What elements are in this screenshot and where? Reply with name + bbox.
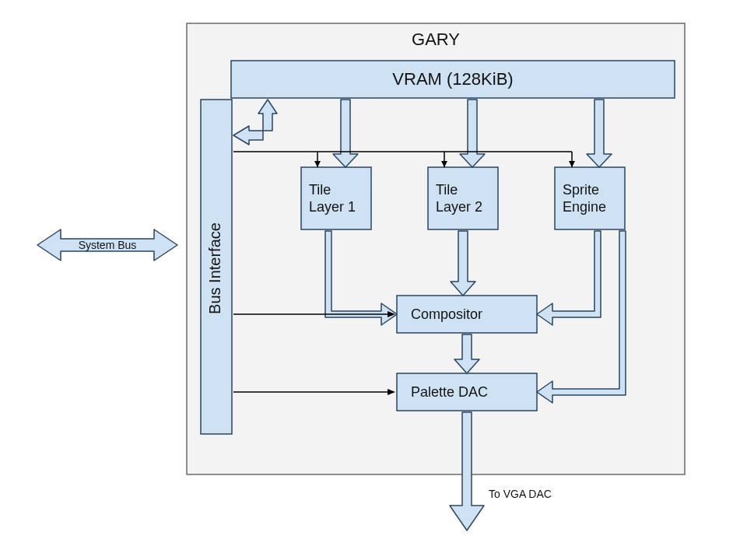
compositor-label: Compositor — [411, 306, 482, 322]
tile-layer-2-label-a: Tile — [436, 182, 458, 198]
gary-title: GARY — [412, 30, 460, 49]
sprite-engine-label-b: Engine — [563, 199, 606, 215]
tile-layer-1-block — [301, 167, 371, 229]
tile-layer-1-label-b: Layer 1 — [309, 199, 356, 215]
system-bus-label: System Bus — [79, 239, 137, 251]
tile-layer-1-label-a: Tile — [309, 182, 331, 198]
palette-dac-label: Palette DAC — [411, 384, 488, 400]
to-vga-dac-label: To VGA DAC — [489, 488, 552, 500]
tile-layer-2-label-b: Layer 2 — [436, 199, 482, 215]
sprite-engine-label-a: Sprite — [563, 182, 599, 198]
tile-layer-2-block — [428, 167, 498, 229]
sprite-engine-block — [555, 167, 625, 229]
vram-label: VRAM (128KiB) — [392, 69, 513, 89]
bus-interface-label: Bus Interface — [206, 222, 223, 314]
